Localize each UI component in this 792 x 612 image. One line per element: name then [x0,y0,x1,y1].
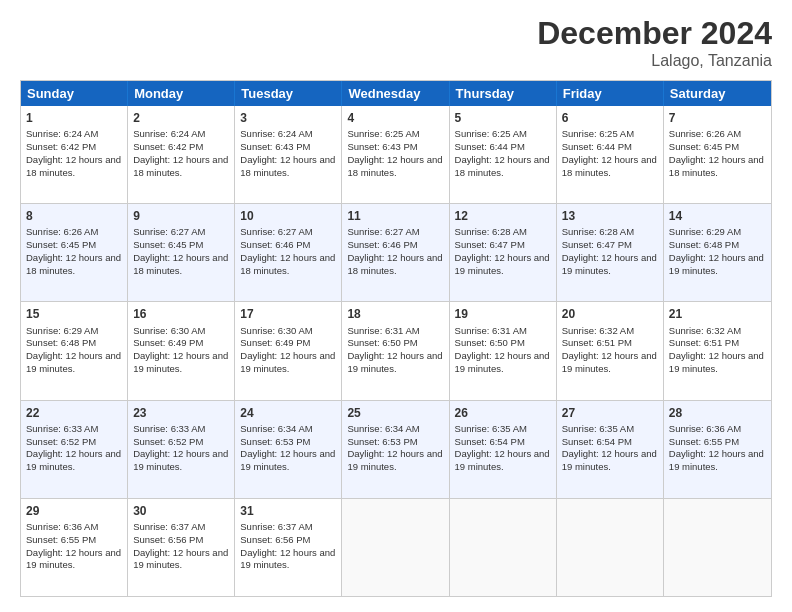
day-cell-19: 19 Sunrise: 6:31 AM Sunset: 6:50 PM Dayl… [450,302,557,399]
sunset-label: Sunset: 6:54 PM [562,436,632,447]
sunrise-label: Sunrise: 6:28 AM [562,226,634,237]
sunrise-label: Sunrise: 6:34 AM [240,423,312,434]
daylight-label: Daylight: 12 hours and 19 minutes. [455,448,550,472]
sunrise-label: Sunrise: 6:25 AM [455,128,527,139]
sunrise-label: Sunrise: 6:32 AM [669,325,741,336]
sunset-label: Sunset: 6:51 PM [669,337,739,348]
week-5: 29 Sunrise: 6:36 AM Sunset: 6:55 PM Dayl… [21,499,771,596]
sunrise-label: Sunrise: 6:36 AM [669,423,741,434]
calendar: Sunday Monday Tuesday Wednesday Thursday… [20,80,772,597]
sunset-label: Sunset: 6:43 PM [240,141,310,152]
sunset-label: Sunset: 6:47 PM [562,239,632,250]
sunset-label: Sunset: 6:47 PM [455,239,525,250]
daylight-label: Daylight: 12 hours and 19 minutes. [26,350,121,374]
sunset-label: Sunset: 6:43 PM [347,141,417,152]
header-thursday: Thursday [450,81,557,106]
empty-cell [342,499,449,596]
day-cell-25: 25 Sunrise: 6:34 AM Sunset: 6:53 PM Dayl… [342,401,449,498]
sunset-label: Sunset: 6:49 PM [240,337,310,348]
sunset-label: Sunset: 6:46 PM [347,239,417,250]
day-cell-30: 30 Sunrise: 6:37 AM Sunset: 6:56 PM Dayl… [128,499,235,596]
sunset-label: Sunset: 6:51 PM [562,337,632,348]
day-number: 21 [669,306,766,322]
sunset-label: Sunset: 6:46 PM [240,239,310,250]
header-friday: Friday [557,81,664,106]
sunset-label: Sunset: 6:56 PM [133,534,203,545]
daylight-label: Daylight: 12 hours and 19 minutes. [669,448,764,472]
day-cell-5: 5 Sunrise: 6:25 AM Sunset: 6:44 PM Dayli… [450,106,557,203]
day-cell-6: 6 Sunrise: 6:25 AM Sunset: 6:44 PM Dayli… [557,106,664,203]
sunset-label: Sunset: 6:52 PM [26,436,96,447]
sunrise-label: Sunrise: 6:24 AM [240,128,312,139]
day-cell-14: 14 Sunrise: 6:29 AM Sunset: 6:48 PM Dayl… [664,204,771,301]
day-number: 10 [240,208,336,224]
sunset-label: Sunset: 6:55 PM [26,534,96,545]
daylight-label: Daylight: 12 hours and 19 minutes. [26,547,121,571]
header: December 2024 Lalago, Tanzania [20,15,772,70]
sunset-label: Sunset: 6:44 PM [455,141,525,152]
day-number: 15 [26,306,122,322]
sunrise-label: Sunrise: 6:33 AM [133,423,205,434]
header-tuesday: Tuesday [235,81,342,106]
header-saturday: Saturday [664,81,771,106]
daylight-label: Daylight: 12 hours and 18 minutes. [240,252,335,276]
sunrise-label: Sunrise: 6:29 AM [26,325,98,336]
week-4: 22 Sunrise: 6:33 AM Sunset: 6:52 PM Dayl… [21,401,771,499]
daylight-label: Daylight: 12 hours and 19 minutes. [240,448,335,472]
sunset-label: Sunset: 6:50 PM [347,337,417,348]
empty-cell [557,499,664,596]
day-cell-17: 17 Sunrise: 6:30 AM Sunset: 6:49 PM Dayl… [235,302,342,399]
day-number: 30 [133,503,229,519]
sunset-label: Sunset: 6:48 PM [26,337,96,348]
sunrise-label: Sunrise: 6:27 AM [240,226,312,237]
day-number: 2 [133,110,229,126]
sunrise-label: Sunrise: 6:27 AM [133,226,205,237]
day-number: 16 [133,306,229,322]
month-title: December 2024 [537,15,772,52]
sunset-label: Sunset: 6:52 PM [133,436,203,447]
day-cell-3: 3 Sunrise: 6:24 AM Sunset: 6:43 PM Dayli… [235,106,342,203]
sunset-label: Sunset: 6:55 PM [669,436,739,447]
day-cell-4: 4 Sunrise: 6:25 AM Sunset: 6:43 PM Dayli… [342,106,449,203]
logo [20,15,50,45]
page: December 2024 Lalago, Tanzania Sunday Mo… [0,0,792,612]
day-cell-9: 9 Sunrise: 6:27 AM Sunset: 6:45 PM Dayli… [128,204,235,301]
day-number: 18 [347,306,443,322]
sunrise-label: Sunrise: 6:35 AM [562,423,634,434]
daylight-label: Daylight: 12 hours and 19 minutes. [455,252,550,276]
sunrise-label: Sunrise: 6:29 AM [669,226,741,237]
day-number: 4 [347,110,443,126]
day-cell-11: 11 Sunrise: 6:27 AM Sunset: 6:46 PM Dayl… [342,204,449,301]
daylight-label: Daylight: 12 hours and 18 minutes. [133,252,228,276]
daylight-label: Daylight: 12 hours and 19 minutes. [133,350,228,374]
day-cell-27: 27 Sunrise: 6:35 AM Sunset: 6:54 PM Dayl… [557,401,664,498]
day-cell-15: 15 Sunrise: 6:29 AM Sunset: 6:48 PM Dayl… [21,302,128,399]
calendar-header: Sunday Monday Tuesday Wednesday Thursday… [21,81,771,106]
empty-cell [450,499,557,596]
sunrise-label: Sunrise: 6:25 AM [562,128,634,139]
day-cell-31: 31 Sunrise: 6:37 AM Sunset: 6:56 PM Dayl… [235,499,342,596]
sunset-label: Sunset: 6:53 PM [240,436,310,447]
daylight-label: Daylight: 12 hours and 18 minutes. [133,154,228,178]
day-number: 26 [455,405,551,421]
sunrise-label: Sunrise: 6:35 AM [455,423,527,434]
sunrise-label: Sunrise: 6:26 AM [669,128,741,139]
day-number: 8 [26,208,122,224]
day-cell-23: 23 Sunrise: 6:33 AM Sunset: 6:52 PM Dayl… [128,401,235,498]
week-2: 8 Sunrise: 6:26 AM Sunset: 6:45 PM Dayli… [21,204,771,302]
sunrise-label: Sunrise: 6:30 AM [240,325,312,336]
sunset-label: Sunset: 6:54 PM [455,436,525,447]
day-number: 17 [240,306,336,322]
daylight-label: Daylight: 12 hours and 18 minutes. [26,252,121,276]
day-number: 23 [133,405,229,421]
daylight-label: Daylight: 12 hours and 19 minutes. [240,350,335,374]
sunrise-label: Sunrise: 6:30 AM [133,325,205,336]
day-cell-24: 24 Sunrise: 6:34 AM Sunset: 6:53 PM Dayl… [235,401,342,498]
daylight-label: Daylight: 12 hours and 18 minutes. [455,154,550,178]
week-3: 15 Sunrise: 6:29 AM Sunset: 6:48 PM Dayl… [21,302,771,400]
daylight-label: Daylight: 12 hours and 19 minutes. [562,448,657,472]
sunset-label: Sunset: 6:50 PM [455,337,525,348]
sunrise-label: Sunrise: 6:36 AM [26,521,98,532]
day-cell-13: 13 Sunrise: 6:28 AM Sunset: 6:47 PM Dayl… [557,204,664,301]
daylight-label: Daylight: 12 hours and 19 minutes. [26,448,121,472]
